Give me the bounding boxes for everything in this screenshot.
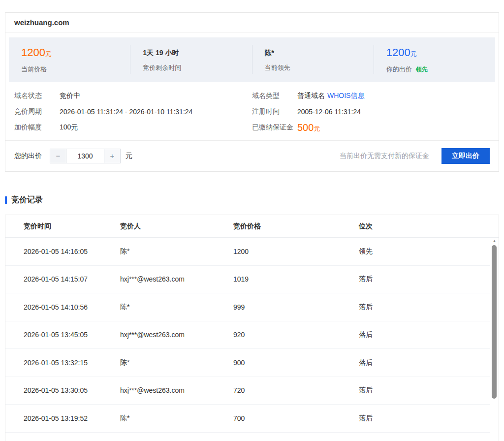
your-bid-value: 1200元 xyxy=(386,46,495,61)
cell-rank: 落后 xyxy=(359,358,499,367)
cell-rank: 落后 xyxy=(359,386,499,395)
current-price-label: 当前价格 xyxy=(21,65,130,74)
section-accent-bar xyxy=(5,196,7,204)
cell-rank: 落后 xyxy=(359,275,499,284)
cell-bid-price: 1200 xyxy=(233,248,359,255)
cell-bid-time: 2026-01-05 13:30:05 xyxy=(5,386,120,394)
period-label: 竞价周期 xyxy=(14,107,60,116)
bid-amount-input[interactable] xyxy=(66,149,104,163)
bid-records-table: 竞价时间 竞价人 竞价价格 位次 2026-01-05 14:16:05 陈* … xyxy=(5,215,499,441)
detail-row-type: 域名类型 普通域名 WHOIS信息 xyxy=(252,88,490,104)
cell-bidder: 陈* xyxy=(120,358,233,367)
your-bid-label: 你的出价领先 xyxy=(386,65,495,74)
cell-bid-price: 900 xyxy=(233,359,359,367)
detail-row-deposit: 已缴纳保证金 500元 xyxy=(252,120,490,135)
table-scrollbar[interactable]: ▲ ▼ xyxy=(490,238,499,441)
cell-bid-time: 2026-01-05 14:16:05 xyxy=(5,248,120,255)
scrollbar-up-arrow-icon[interactable]: ▲ xyxy=(490,238,499,245)
increment-label: 加价幅度 xyxy=(14,123,60,132)
table-body-scroll-area[interactable]: 2026-01-05 14:16:05 陈* 1200 领先 2026-01-0… xyxy=(5,238,499,441)
table-row: 2026-01-05 13:19:52 陈* 700 落后 xyxy=(5,405,499,433)
table-row: 2026-01-05 14:15:07 hxj***@west263.com 1… xyxy=(5,266,499,294)
time-left-label: 竞价剩余时间 xyxy=(143,63,252,72)
status-label: 域名状态 xyxy=(14,92,60,100)
current-price-number: 1200 xyxy=(21,46,45,59)
status-value: 竞价中 xyxy=(60,92,80,100)
place-bid-button[interactable]: 立即出价 xyxy=(441,148,490,164)
table-row: 2026-01-05 14:16:05 陈* 1200 领先 xyxy=(5,238,499,266)
cell-bidder: hxj***@west263.com xyxy=(120,331,233,339)
your-bid-unit: 元 xyxy=(410,50,417,58)
deposit-hint-text: 当前出价无需支付新的保证金 xyxy=(340,152,429,160)
your-bid-label-text: 你的出价 xyxy=(386,65,412,73)
your-bid-number: 1200 xyxy=(386,46,410,59)
auction-stats-bar: 1200元 当前价格 1天 19 小时 竞价剩余时间 陈* 当前领先 1200元… xyxy=(9,37,495,82)
domain-name-title: weizhuang.com xyxy=(5,13,499,32)
stat-current-leader: 陈* 当前领先 xyxy=(252,45,374,74)
cell-bid-price: 1019 xyxy=(233,275,359,283)
cell-bid-time: 2026-01-05 13:45:05 xyxy=(5,331,120,339)
details-right-column: 域名类型 普通域名 WHOIS信息 注册时间 2005-12-06 11:31:… xyxy=(252,88,490,135)
bid-currency-unit: 元 xyxy=(126,152,132,160)
registered-value: 2005-12-06 11:31:24 xyxy=(297,108,361,116)
deposit-number: 500 xyxy=(297,122,314,133)
leader-value: 陈* xyxy=(265,46,374,59)
domain-auction-card: weizhuang.com 1200元 当前价格 1天 19 小时 竞价剩余时间… xyxy=(5,12,499,172)
section-title-text: 竞价记录 xyxy=(11,195,43,205)
increase-bid-button[interactable]: + xyxy=(104,149,120,163)
bid-amount-stepper: − + xyxy=(50,149,121,163)
header-bidder: 竞价人 xyxy=(120,222,233,231)
cell-bidder: 陈* xyxy=(120,247,233,256)
cell-bidder: hxj***@west263.com xyxy=(120,275,233,283)
registered-label: 注册时间 xyxy=(252,107,297,116)
cell-bid-price: 999 xyxy=(233,303,359,311)
deposit-label: 已缴纳保证金 xyxy=(252,123,297,132)
table-row: 2026-01-05 13:32:15 陈* 900 落后 xyxy=(5,349,499,377)
table-header-row: 竞价时间 竞价人 竞价价格 位次 xyxy=(5,215,499,238)
whois-info-link[interactable]: WHOIS信息 xyxy=(327,92,364,100)
cell-bidder: 陈* xyxy=(120,414,233,423)
bid-entry-row: 您的出价 − + 元 当前出价无需支付新的保证金 立即出价 xyxy=(5,140,499,171)
type-label: 域名类型 xyxy=(252,92,297,100)
header-bid-time: 竞价时间 xyxy=(5,222,120,231)
stat-current-price: 1200元 当前价格 xyxy=(9,45,130,74)
type-value: 普通域名 xyxy=(297,92,325,100)
cell-bid-time: 2026-01-05 14:10:56 xyxy=(5,303,120,311)
cell-rank: 落后 xyxy=(359,414,499,423)
cell-bidder: 陈* xyxy=(120,303,233,312)
bid-label: 您的出价 xyxy=(14,152,42,160)
cell-bid-time: 2026-01-05 14:15:07 xyxy=(5,275,120,283)
detail-row-period: 竞价周期 2026-01-05 11:31:24 - 2026-01-10 11… xyxy=(14,104,252,120)
table-row: 2026-01-05 14:10:56 陈* 999 落后 xyxy=(5,293,499,321)
stat-time-left: 1天 19 小时 竞价剩余时间 xyxy=(130,45,252,74)
deposit-value: 500元 xyxy=(297,122,320,133)
cell-bid-price: 700 xyxy=(233,414,359,422)
leader-label: 当前领先 xyxy=(265,63,374,72)
table-row: 2026-01-05 13:30:05 hxj***@west263.com 7… xyxy=(5,377,499,405)
deposit-unit: 元 xyxy=(314,125,320,132)
cell-rank: 落后 xyxy=(359,303,499,312)
domain-details: 域名状态 竞价中 竞价周期 2026-01-05 11:31:24 - 2026… xyxy=(5,82,499,140)
period-value: 2026-01-05 11:31:24 - 2026-01-10 11:31:2… xyxy=(60,108,192,116)
cell-rank: 领先 xyxy=(359,247,499,256)
cell-bid-price: 720 xyxy=(233,386,359,394)
current-price-unit: 元 xyxy=(45,50,52,58)
header-rank: 位次 xyxy=(359,222,499,231)
table-row: 2026-01-05 13:15:06 hxj***@west263.com 5… xyxy=(5,433,499,441)
table-rows: 2026-01-05 14:16:05 陈* 1200 领先 2026-01-0… xyxy=(5,238,499,441)
increment-value: 100元 xyxy=(60,123,78,132)
cell-bid-time: 2026-01-05 13:32:15 xyxy=(5,359,120,367)
time-left-value: 1天 19 小时 xyxy=(143,46,252,59)
detail-row-status: 域名状态 竞价中 xyxy=(14,88,252,104)
current-price-value: 1200元 xyxy=(21,46,130,61)
decrease-bid-button[interactable]: − xyxy=(50,149,66,163)
detail-row-registered: 注册时间 2005-12-06 11:31:24 xyxy=(252,104,490,120)
scrollbar-thumb[interactable] xyxy=(492,245,497,399)
cell-bid-time: 2026-01-05 13:19:52 xyxy=(5,414,120,422)
bid-records-section-title: 竞价记录 xyxy=(5,195,499,205)
cell-rank: 落后 xyxy=(359,330,499,339)
header-bid-price: 竞价价格 xyxy=(233,222,359,231)
cell-bidder: hxj***@west263.com xyxy=(120,386,233,394)
leading-status-badge: 领先 xyxy=(416,65,428,74)
cell-bid-price: 920 xyxy=(233,331,359,339)
